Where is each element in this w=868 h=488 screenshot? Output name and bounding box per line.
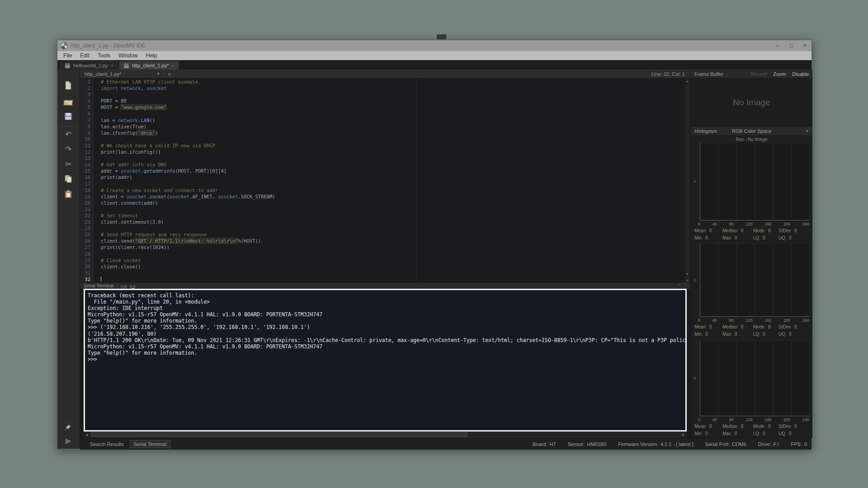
code-line[interactable]: 32: [80, 276, 690, 282]
disable-button[interactable]: Disable: [792, 71, 809, 77]
terminal-line: >>>: [88, 356, 685, 362]
stat-min: Min0: [694, 332, 722, 338]
clear-log-icon[interactable]: [121, 284, 127, 288]
open-file-icon[interactable]: [61, 96, 75, 108]
bottom-tab-serial-terminal[interactable]: Serial Terminal: [130, 441, 170, 448]
editor-vertical-scrollbar[interactable]: ▲ ▼ ▼: [685, 79, 690, 283]
code-line[interactable]: 29# Close socket: [80, 257, 690, 263]
tab-helloworld_1-py[interactable]: helloworld_1.py×: [60, 61, 118, 70]
code-token: lan =: [101, 117, 118, 123]
status-serialport: Serial Port:COM6: [705, 441, 746, 447]
menu-file[interactable]: File: [59, 52, 76, 60]
code-line[interactable]: 17: [80, 181, 690, 187]
record-button[interactable]: Record: [751, 71, 767, 77]
chevron-down-icon[interactable]: ▼: [156, 72, 160, 76]
code-line[interactable]: 15addr = usocket.getaddrinfo(HOST, PORT)…: [80, 168, 690, 174]
redo-icon[interactable]: ↷: [61, 143, 75, 155]
code-line[interactable]: 18# Create a new socket and connect to a…: [80, 187, 690, 193]
code-line[interactable]: 22# Set timeout: [80, 212, 690, 219]
new-file-icon[interactable]: [61, 80, 75, 91]
code-line[interactable]: 11# We should have a valid IP now via DH…: [80, 142, 690, 149]
no-image-placeholder: No Image: [733, 98, 770, 108]
close-button[interactable]: ×: [798, 40, 811, 51]
cut-icon[interactable]: ✂: [61, 158, 75, 170]
title-bar[interactable]: http_client_1.py - OpenMV IDE – □ ×: [57, 40, 811, 51]
code-line-text: [94, 136, 101, 142]
menu-help[interactable]: Help: [142, 52, 161, 60]
code-line[interactable]: 26client.send("GET / HTTP/1.1\r\nHost: %…: [80, 238, 690, 244]
menu-window[interactable]: Window: [114, 52, 142, 60]
minimize-button[interactable]: –: [771, 40, 784, 51]
expand-panel-icon[interactable]: ▫: [685, 284, 687, 288]
code-line[interactable]: 14# Get addr info via DNS: [80, 161, 690, 168]
code-line[interactable]: 31: [80, 270, 690, 276]
code-line[interactable]: 4PORT = 80: [80, 98, 690, 104]
code-line[interactable]: 7lan = network.LAN(): [80, 117, 690, 123]
tab-close-icon[interactable]: ×: [171, 63, 174, 68]
paste-icon[interactable]: [61, 188, 75, 200]
stat-label: Mode: [753, 424, 764, 431]
scroll-down-icon[interactable]: ▼: [685, 272, 690, 277]
code-line[interactable]: 13: [80, 155, 690, 161]
tick-label: 200: [783, 418, 790, 423]
copy-icon[interactable]: [61, 173, 75, 185]
bottom-tab-search-results[interactable]: Search Results: [86, 441, 127, 448]
code-line[interactable]: 12print(lan.ifconfig()): [80, 149, 690, 155]
tab-close-icon[interactable]: ×: [110, 63, 113, 68]
stat-value: 0: [789, 332, 792, 338]
menu-tools[interactable]: Tools: [94, 52, 114, 60]
undo-icon[interactable]: ↶: [61, 128, 75, 140]
run-script-icon[interactable]: ▶: [61, 435, 75, 446]
terminal-horizontal-scrollbar[interactable]: ◄ ►: [84, 432, 687, 438]
colorspace-select[interactable]: RGB Color Space: [691, 128, 812, 134]
code-line[interactable]: 19client = usocket.socket(usocket.AF_INE…: [80, 193, 690, 200]
code-line[interactable]: 9lan.ifconfig('dhcp'): [80, 130, 690, 136]
code-line[interactable]: 2import network, usocket: [80, 85, 690, 91]
scrollbar-thumb[interactable]: [91, 432, 467, 437]
tick-label: 200: [783, 318, 790, 324]
stat-label: UQ: [778, 332, 785, 338]
document-close-icon[interactable]: ×: [164, 71, 170, 77]
save-file-icon[interactable]: [61, 110, 75, 122]
code-line-text: client.connect(addr): [94, 200, 158, 206]
code-line[interactable]: 27print(client.recv(1024)): [80, 244, 690, 250]
collapse-panel-icon[interactable]: ⌃: [678, 284, 681, 288]
line-number: 32: [80, 276, 94, 282]
code-line[interactable]: 1# Ethernet LAN HTTP client example.: [80, 79, 690, 85]
code-line[interactable]: 28: [80, 251, 690, 257]
status-label: FPS:: [791, 441, 802, 447]
scrollbar-track[interactable]: [91, 432, 679, 437]
code-line[interactable]: 3: [80, 91, 690, 98]
scroll-left-icon[interactable]: ◄: [84, 432, 90, 438]
scroll-up-icon[interactable]: ▲: [685, 79, 690, 84]
code-line[interactable]: 21: [80, 206, 690, 212]
menu-edit[interactable]: Edit: [76, 52, 94, 60]
code-editor[interactable]: 1# Ethernet LAN HTTP client example.2imp…: [80, 79, 690, 283]
code-line[interactable]: 30client.close(): [80, 263, 690, 270]
code-line[interactable]: 6: [80, 110, 690, 117]
code-line[interactable]: 23client.settimeout(3.0): [80, 219, 690, 225]
histogram-plot: [700, 143, 809, 221]
zoom-button[interactable]: Zoom: [773, 71, 786, 77]
stats-row: Min0Max0LQ0UQ0: [694, 235, 810, 242]
code-line[interactable]: 8lan.active(True): [80, 123, 690, 130]
save-log-icon[interactable]: [130, 284, 136, 288]
code-line[interactable]: 24: [80, 225, 690, 231]
code-line[interactable]: 20client.connect(addr): [80, 200, 690, 206]
line-number: 3: [80, 91, 94, 98]
code-line[interactable]: 5HOST = "www.google.com": [80, 104, 690, 110]
code-line[interactable]: 16print(addr): [80, 174, 690, 180]
maximize-button[interactable]: □: [784, 40, 798, 51]
connect-icon[interactable]: [61, 421, 75, 433]
code-line[interactable]: 25# Send HTTP request and recv response: [80, 231, 690, 238]
tab-http_client_1-py-[interactable]: http_client_1.py*×: [119, 61, 179, 70]
stat-value: 0: [735, 332, 737, 338]
document-selector[interactable]: http_client_1.py* ▼ ×: [85, 71, 171, 77]
stat-value: 0: [709, 424, 712, 431]
scroll-down-icon[interactable]: ▼: [685, 278, 690, 283]
scroll-right-icon[interactable]: ►: [680, 432, 687, 438]
chevron-down-icon[interactable]: ▼: [805, 129, 809, 133]
code-line[interactable]: 10: [80, 136, 690, 142]
serial-terminal-output[interactable]: Traceback (most recent call last): File …: [84, 289, 687, 432]
terminal-line: ('216.58.207.196', 80): [88, 331, 685, 337]
